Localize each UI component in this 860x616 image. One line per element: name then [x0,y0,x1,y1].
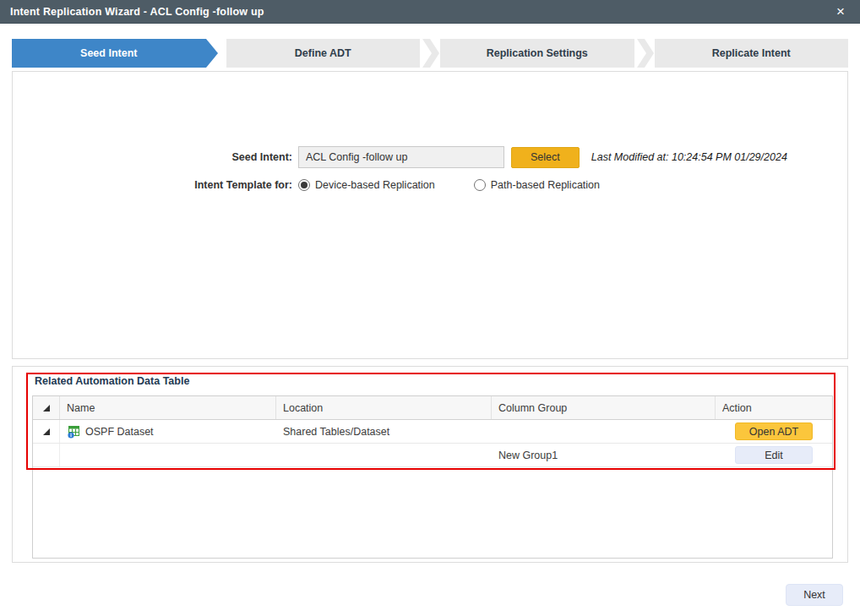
related-adt-title: Related Automation Data Table [35,375,189,387]
last-modified-text: Last Modified at: 10:24:54 PM 01/29/2024 [591,151,787,163]
device-based-radio[interactable]: Device-based Replication [298,179,435,191]
step-label: Replication Settings [487,47,588,59]
intent-template-row: Intent Template for: Device-based Replic… [13,179,847,191]
chevron-right-icon [420,39,440,68]
chevron-right-icon [634,39,655,68]
next-button[interactable]: Next [786,584,843,606]
row-expander-cell [33,444,60,466]
edit-button[interactable]: Edit [735,446,813,464]
close-icon[interactable]: × [831,3,850,20]
dataset-action-cell: Open ADT [716,420,832,443]
chevron-right-icon [206,39,226,68]
table-row[interactable]: OSPF Dataset Shared Tables/Dataset Open … [33,420,832,444]
select-button[interactable]: Select [511,147,580,168]
dataset-name: OSPF Dataset [85,426,154,438]
seed-intent-row: Seed Intent: Select Last Modified at: 10… [13,146,847,168]
radio-unselected-icon[interactable] [474,179,486,191]
dialog-titlebar: Intent Replication Wizard - ACL Config -… [0,0,860,24]
step-replication-settings[interactable]: Replication Settings [440,39,634,68]
intent-replication-wizard-dialog: Intent Replication Wizard - ACL Config -… [0,0,860,616]
seed-intent-input[interactable] [298,146,504,168]
radio-selected-icon[interactable] [298,179,310,191]
open-adt-button[interactable]: Open ADT [735,422,813,440]
device-based-radio-label: Device-based Replication [315,179,435,191]
expander-triangle-icon[interactable] [43,405,50,412]
step-label: Seed Intent [80,47,137,59]
intent-template-label: Intent Template for: [13,179,298,191]
step-define-adt[interactable]: Define ADT [226,39,421,68]
step-replicate-intent[interactable]: Replicate Intent [655,39,849,68]
group-location-cell [276,444,492,466]
grid-header-row: Name Location Column Group Action [33,396,832,420]
step-label: Define ADT [295,47,351,59]
path-based-radio-label: Path-based Replication [491,179,600,191]
group-action-cell: Edit [716,444,832,466]
row-expander-cell[interactable] [33,420,60,443]
related-adt-grid: Name Location Column Group Action [32,395,833,559]
column-header-location[interactable]: Location [276,396,492,419]
seed-intent-label: Seed Intent: [13,151,298,163]
related-adt-panel: Related Automation Data Table Name Locat… [12,366,848,563]
seed-intent-panel: Seed Intent: Select Last Modified at: 10… [12,71,848,359]
column-header-name[interactable]: Name [60,396,276,419]
collapse-all-cell[interactable] [33,396,60,419]
group-column-group-cell: New Group1 [492,444,716,466]
wizard-step-bar: Seed Intent Define ADT Replication Setti… [12,39,848,68]
column-header-action[interactable]: Action [716,396,832,419]
dataset-column-group-cell [492,420,716,443]
expander-triangle-icon[interactable] [43,428,50,435]
dialog-title: Intent Replication Wizard - ACL Config -… [10,6,264,18]
group-name-cell [60,444,276,466]
dataset-name-cell: OSPF Dataset [60,420,276,443]
table-row[interactable]: New Group1 Edit [33,444,832,467]
column-header-column-group[interactable]: Column Group [492,396,716,419]
dataset-table-icon [67,425,81,439]
dataset-location-cell: Shared Tables/Dataset [276,420,492,443]
step-label: Replicate Intent [712,47,791,59]
step-seed-intent[interactable]: Seed Intent [12,39,206,68]
path-based-radio[interactable]: Path-based Replication [474,179,600,191]
